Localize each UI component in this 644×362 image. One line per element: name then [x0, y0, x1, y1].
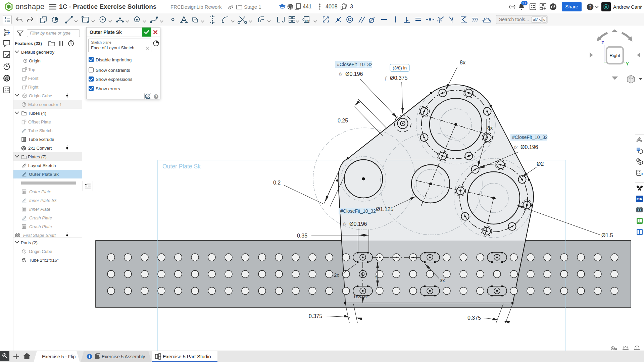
svg-text:fx: fx — [343, 221, 347, 226]
svg-text:Ø1.125: Ø1.125 — [376, 206, 394, 212]
svg-text:Ø0.196: Ø0.196 — [521, 144, 538, 150]
svg-text:Y: Y — [626, 61, 629, 66]
svg-text:919: 919 — [638, 207, 641, 209]
svg-text:3x: 3x — [440, 277, 445, 283]
svg-text:?: ? — [155, 95, 157, 99]
svg-text:Outer Plate Sk: Outer Plate Sk — [162, 163, 201, 170]
svg-text:0.2: 0.2 — [273, 180, 281, 186]
svg-text:1: 1 — [375, 274, 377, 280]
svg-text:Ø2: Ø2 — [537, 161, 544, 167]
svg-text:Ø0.375: Ø0.375 — [390, 75, 408, 81]
svg-text:f: f — [385, 76, 387, 81]
svg-text:alt/⌥: alt/⌥ — [533, 17, 542, 21]
svg-text:0.375: 0.375 — [354, 294, 367, 299]
svg-text::): :) — [641, 172, 643, 175]
svg-text:Right: Right — [609, 53, 620, 58]
svg-text:#CloseFit_10_32: #CloseFit_10_32 — [337, 62, 373, 67]
svg-text:Ø0.196: Ø0.196 — [345, 71, 363, 77]
svg-text:Z: Z — [601, 40, 604, 45]
svg-text:2x: 2x — [334, 272, 339, 278]
svg-text:8x: 8x — [487, 125, 493, 131]
svg-text:(3/8) in: (3/8) in — [393, 65, 407, 70]
svg-text:Search tools...: Search tools... — [499, 17, 529, 22]
svg-text:?: ? — [589, 4, 592, 10]
svg-text:#CloseFit_10_32: #CloseFit_10_32 — [512, 135, 548, 140]
svg-text:fx: fx — [514, 145, 518, 150]
svg-text:8x: 8x — [460, 60, 465, 65]
svg-text:fx: fx — [339, 71, 343, 76]
svg-text:Ø1.5: Ø1.5 — [601, 232, 613, 238]
svg-text:0.375: 0.375 — [309, 313, 322, 319]
svg-text:Ø0.196: Ø0.196 — [349, 221, 367, 227]
svg-text:0.35: 0.35 — [297, 233, 307, 239]
svg-text:0.25: 0.25 — [338, 118, 348, 123]
svg-text:c: c — [543, 17, 545, 21]
svg-text:#CloseFit_10_32: #CloseFit_10_32 — [340, 208, 376, 214]
svg-text:DXF: DXF — [305, 19, 310, 22]
svg-text:0.375: 0.375 — [467, 315, 481, 321]
